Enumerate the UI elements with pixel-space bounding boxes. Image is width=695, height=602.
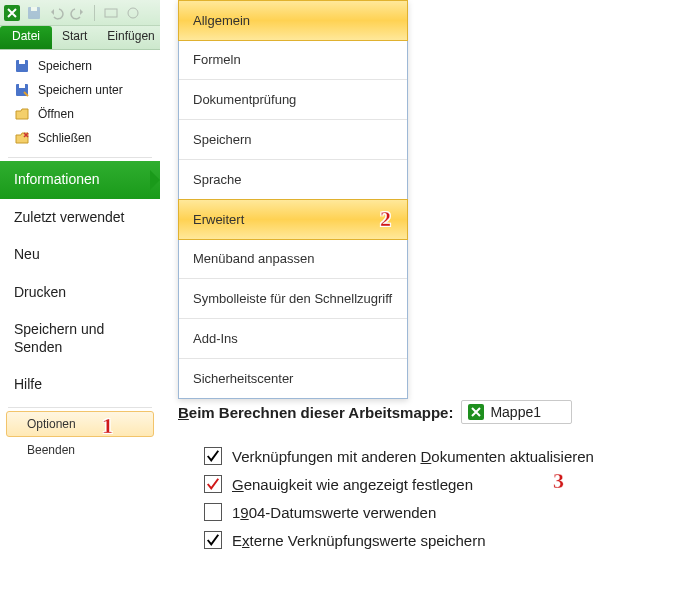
calc-settings-panel: Beim Berechnen dieser Arbeitsmappe: Mapp… xyxy=(178,400,688,554)
options-cat-general[interactable]: Allgemein xyxy=(178,0,408,41)
open-icon xyxy=(14,106,30,122)
backstage-recent[interactable]: Zuletzt verwendet xyxy=(0,199,160,237)
calc-row-save-external-links: Externe Verknüpfungswerte speichern xyxy=(178,526,688,554)
divider xyxy=(8,157,152,158)
backstage-help[interactable]: Hilfe xyxy=(0,366,160,404)
tab-insert[interactable]: Einfügen xyxy=(97,26,164,49)
calc-row-1904-date: 1904-Datumswerte verwenden xyxy=(178,498,688,526)
redo-icon[interactable] xyxy=(70,5,86,21)
excel-file-icon xyxy=(468,404,484,420)
label: Beenden xyxy=(27,443,75,457)
options-cat-proofing[interactable]: Dokumentprüfung xyxy=(179,80,407,120)
annotation-3: 3 xyxy=(553,468,564,494)
label: 1904-Datumswerte verwenden xyxy=(232,504,436,521)
separator xyxy=(94,5,95,21)
backstage-exit[interactable]: Beenden xyxy=(6,437,154,463)
checkbox[interactable] xyxy=(204,503,222,521)
svg-rect-6 xyxy=(19,60,25,64)
backstage-save-as[interactable]: Speichern unter xyxy=(0,78,160,102)
label: Speichern unter xyxy=(38,83,123,97)
options-cat-quick-access[interactable]: Symbolleiste für den Schnellzugriff xyxy=(179,279,407,319)
tab-file[interactable]: Datei xyxy=(0,26,52,49)
quick-access-toolbar xyxy=(0,0,160,26)
options-cat-addins[interactable]: Add-Ins xyxy=(179,319,407,359)
options-cat-advanced[interactable]: Erweitert 2 xyxy=(178,199,408,240)
backstage-open[interactable]: Öffnen xyxy=(0,102,160,126)
label: Optionen xyxy=(27,417,76,431)
workbook-selector[interactable]: Mappe1 xyxy=(461,400,572,424)
label: Genauigkeit wie angezeigt festlegen xyxy=(232,476,473,493)
calc-row-precision-as-displayed: Genauigkeit wie angezeigt festlegen 3 xyxy=(178,470,688,498)
save-icon xyxy=(14,58,30,74)
svg-rect-8 xyxy=(19,84,25,88)
calc-row-update-links: Verknüpfungen mit anderen Dokumenten akt… xyxy=(178,442,688,470)
backstage-save[interactable]: Speichern xyxy=(0,54,160,78)
checkbox[interactable] xyxy=(204,447,222,465)
svg-rect-3 xyxy=(105,9,117,17)
annotation-1: 1 xyxy=(102,413,113,439)
options-category-list: Allgemein Formeln Dokumentprüfung Speich… xyxy=(178,0,408,399)
checkbox[interactable] xyxy=(204,531,222,549)
checkbox[interactable] xyxy=(204,475,222,493)
label: Öffnen xyxy=(38,107,74,121)
calc-section-title: Beim Berechnen dieser Arbeitsmappe: xyxy=(178,404,453,421)
label: Externe Verknüpfungswerte speichern xyxy=(232,532,486,549)
save-icon[interactable] xyxy=(26,5,42,21)
excel-logo-icon xyxy=(4,5,20,21)
options-cat-save[interactable]: Speichern xyxy=(179,120,407,160)
svg-point-4 xyxy=(128,8,138,18)
qat-icon[interactable] xyxy=(103,5,119,21)
backstage-menu: Speichern Speichern unter Öffnen Schließ… xyxy=(0,50,160,463)
options-cat-language[interactable]: Sprache xyxy=(179,160,407,200)
workbook-name: Mappe1 xyxy=(490,404,541,420)
backstage-options[interactable]: Optionen xyxy=(6,411,154,437)
options-cat-trust-center[interactable]: Sicherheitscenter xyxy=(179,359,407,398)
label: Speichern xyxy=(38,59,92,73)
qat-icon[interactable] xyxy=(125,5,141,21)
close-icon xyxy=(14,130,30,146)
annotation-2: 2 xyxy=(380,206,391,232)
svg-rect-2 xyxy=(31,7,37,11)
backstage-print[interactable]: Drucken xyxy=(0,274,160,312)
backstage-close[interactable]: Schließen xyxy=(0,126,160,150)
options-cat-customize-ribbon[interactable]: Menüband anpassen xyxy=(179,239,407,279)
divider xyxy=(8,407,152,408)
saveas-icon xyxy=(14,82,30,98)
label: Verknüpfungen mit anderen Dokumenten akt… xyxy=(232,448,594,465)
backstage-informationen[interactable]: Informationen xyxy=(0,161,160,199)
label: Erweitert xyxy=(193,212,244,227)
label: Schließen xyxy=(38,131,91,145)
options-cat-formulas[interactable]: Formeln xyxy=(179,40,407,80)
tab-start[interactable]: Start xyxy=(52,26,97,49)
ribbon-tabs: Datei Start Einfügen xyxy=(0,26,160,50)
backstage-save-send[interactable]: Speichern und Senden xyxy=(0,311,160,366)
undo-icon[interactable] xyxy=(48,5,64,21)
backstage-new[interactable]: Neu xyxy=(0,236,160,274)
